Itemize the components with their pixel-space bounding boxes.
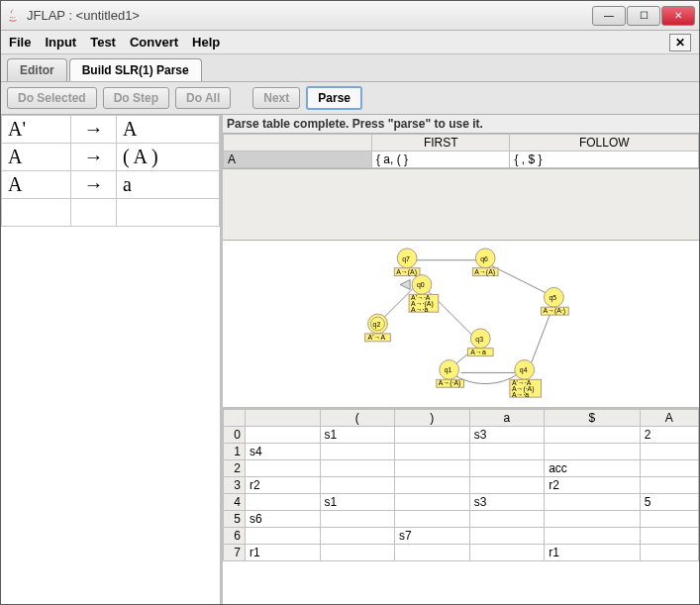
parse-button[interactable]: Parse <box>306 86 362 110</box>
ff-follow: { , $ } <box>510 151 699 168</box>
svg-line-3 <box>490 265 549 295</box>
pt-header-col: $ <box>545 410 640 427</box>
tab-editor[interactable]: Editor <box>7 58 67 81</box>
ff-header-follow: FOLLOW <box>510 135 699 151</box>
grammar-panel: A' → A A → ( A ) A → a <box>1 115 222 604</box>
window-title: JFLAP : <untitled1> <box>27 8 592 23</box>
parse-table-row[interactable]: 6 s7 <box>224 528 699 545</box>
parse-table-row[interactable]: 3 r2 r2 <box>224 477 699 494</box>
svg-text:A→(A): A→(A) <box>474 268 495 276</box>
grammar-lhs: A <box>2 144 71 171</box>
svg-text:A→(·A): A→(·A) <box>439 379 461 387</box>
menu-convert[interactable]: Convert <box>130 35 178 50</box>
maximize-button[interactable]: ☐ <box>627 6 660 26</box>
ff-header-first: FIRST <box>372 135 510 151</box>
pt-header-col <box>246 410 321 427</box>
pt-header-col: ( <box>320 410 395 427</box>
grammar-row[interactable]: A → a <box>2 171 220 199</box>
next-button[interactable]: Next <box>252 87 300 109</box>
menu-test[interactable]: Test <box>90 35 116 50</box>
do-step-button[interactable]: Do Step <box>103 87 169 109</box>
toolbar: Do Selected Do Step Do All Next Parse <box>1 82 699 115</box>
right-panel: Parse table complete. Press "parse" to u… <box>222 115 699 604</box>
svg-text:q6: q6 <box>480 255 488 263</box>
do-selected-button[interactable]: Do Selected <box>7 87 97 109</box>
content-area: A' → A A → ( A ) A → a <box>1 115 699 604</box>
window-controls: — ☐ ✕ <box>592 6 695 26</box>
parse-table-row[interactable]: 7 r1 r1 <box>224 545 699 561</box>
parse-table-row[interactable]: 1 s4 <box>224 444 699 460</box>
grammar-lhs <box>2 199 71 227</box>
close-button[interactable]: ✕ <box>661 6 695 26</box>
svg-marker-21 <box>400 280 410 290</box>
svg-text:q5: q5 <box>549 294 556 302</box>
grammar-lhs: A <box>2 171 71 199</box>
pt-header-col: ) <box>395 410 470 427</box>
arrow-icon: → <box>71 171 117 199</box>
grammar-rhs: a <box>117 171 220 199</box>
ff-nonterminal: A <box>224 151 372 168</box>
parse-table-row[interactable]: 0 s1 s3 2 <box>224 427 699 444</box>
grammar-table: A' → A A → ( A ) A → a <box>1 115 220 227</box>
pt-header-col: A <box>640 410 698 427</box>
svg-text:A→a: A→a <box>470 349 486 355</box>
internal-close-button[interactable]: ✕ <box>669 34 691 51</box>
grammar-row[interactable]: A' → A <box>2 116 220 144</box>
pt-header-col: a <box>469 410 545 427</box>
pt-header-state <box>224 410 246 427</box>
do-all-button[interactable]: Do All <box>175 87 231 109</box>
menu-file[interactable]: File <box>9 35 31 50</box>
parse-table: ( ) a $ A 0 s1 s3 2 <box>223 409 699 604</box>
titlebar: JFLAP : <untitled1> — ☐ ✕ <box>1 1 699 31</box>
java-icon <box>5 8 21 24</box>
svg-text:q1: q1 <box>445 366 452 374</box>
svg-text:A'→A: A'→A <box>368 334 386 341</box>
app-window: JFLAP : <untitled1> — ☐ ✕ File Input Tes… <box>0 0 700 605</box>
svg-text:q3: q3 <box>475 336 483 344</box>
svg-text:A→(A·): A→(A·) <box>544 307 566 315</box>
arrow-icon <box>71 199 117 227</box>
ff-spacer <box>223 169 699 241</box>
grammar-row[interactable] <box>2 199 220 227</box>
parse-table-header: ( ) a $ A <box>224 410 699 427</box>
grammar-rhs: A <box>117 116 220 144</box>
status-bar: Parse table complete. Press "parse" to u… <box>223 115 699 134</box>
tab-strip: Editor Build SLR(1) Parse <box>1 54 699 82</box>
grammar-rhs <box>117 199 220 227</box>
menubar: File Input Test Convert Help ✕ <box>1 31 699 54</box>
grammar-rhs: ( A ) <box>117 144 220 171</box>
parse-table-row[interactable]: 5 s6 <box>224 511 699 528</box>
tab-build-slr[interactable]: Build SLR(1) Parse <box>69 58 202 81</box>
svg-text:A→·a: A→·a <box>411 306 428 313</box>
svg-text:q7: q7 <box>402 255 410 263</box>
dfa-graph[interactable]: q7 A→(A) q6 A→(A) q0 A'→·AA→·(A)A→·a q2 <box>223 241 699 409</box>
menu-help[interactable]: Help <box>192 35 220 50</box>
arrow-icon: → <box>71 144 117 171</box>
first-follow-table: FIRST FOLLOW A { a, ( } { , $ } <box>223 134 699 169</box>
arrow-icon: → <box>71 116 117 144</box>
ff-first: { a, ( } <box>372 151 510 168</box>
svg-text:q0: q0 <box>417 281 425 289</box>
grammar-lhs: A' <box>2 116 71 144</box>
svg-text:A→·a: A→·a <box>512 391 529 398</box>
svg-text:q2: q2 <box>373 321 381 329</box>
ff-row[interactable]: A { a, ( } { , $ } <box>224 151 699 168</box>
svg-text:q4: q4 <box>520 366 528 374</box>
parse-table-row[interactable]: 4 s1 s3 5 <box>224 494 699 511</box>
svg-text:A→(A): A→(A) <box>396 268 417 276</box>
minimize-button[interactable]: — <box>592 6 626 26</box>
parse-table-row[interactable]: 2 acc <box>224 460 699 477</box>
ff-header-blank <box>224 135 372 151</box>
grammar-row[interactable]: A → ( A ) <box>2 144 220 171</box>
menu-input[interactable]: Input <box>45 35 76 50</box>
